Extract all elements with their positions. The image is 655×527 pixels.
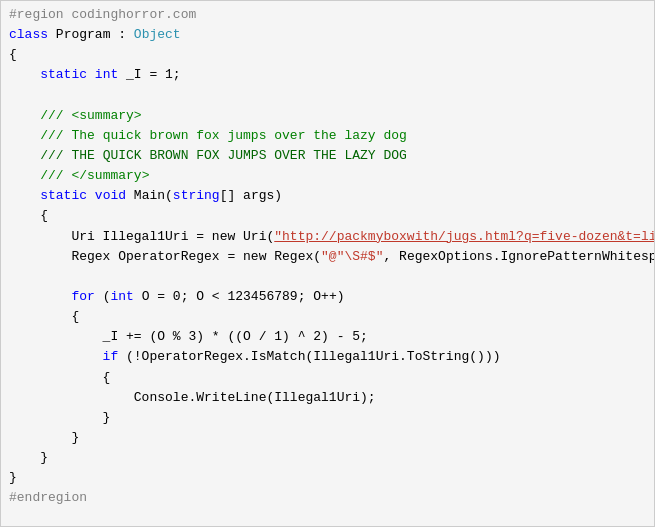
code-line: Console.WriteLine(Illegal1Uri); bbox=[9, 388, 646, 408]
code-line bbox=[9, 267, 646, 287]
code-line: { bbox=[9, 45, 646, 65]
code-line: /// THE QUICK BROWN FOX JUMPS OVER THE L… bbox=[9, 146, 646, 166]
code-line: /// <summary> bbox=[9, 106, 646, 126]
code-line: #region codinghorror.com bbox=[9, 5, 646, 25]
code-line: Regex OperatorRegex = new Regex("@"\S#$"… bbox=[9, 247, 646, 267]
code-line: } bbox=[9, 428, 646, 448]
code-line: static int _I = 1; bbox=[9, 65, 646, 85]
code-line: class Program : Object bbox=[9, 25, 646, 45]
code-line: /// The quick brown fox jumps over the l… bbox=[9, 126, 646, 146]
code-line: } bbox=[9, 408, 646, 428]
code-line: /// </summary> bbox=[9, 166, 646, 186]
code-line: if (!OperatorRegex.IsMatch(Illegal1Uri.T… bbox=[9, 347, 646, 367]
code-line: for (int O = 0; O < 123456789; O++) bbox=[9, 287, 646, 307]
code-line: { bbox=[9, 368, 646, 388]
code-line: Uri Illegal1Uri = new Uri("http://packmy… bbox=[9, 227, 646, 247]
code-line: } bbox=[9, 468, 646, 488]
code-line: } bbox=[9, 448, 646, 468]
code-editor: #region codinghorror.comclass Program : … bbox=[0, 0, 655, 527]
code-line: { bbox=[9, 307, 646, 327]
code-line bbox=[9, 86, 646, 106]
code-line: static void Main(string[] args) bbox=[9, 186, 646, 206]
code-line: _I += (O % 3) * ((O / 1) ^ 2) - 5; bbox=[9, 327, 646, 347]
code-line: { bbox=[9, 206, 646, 226]
code-line: #endregion bbox=[9, 488, 646, 508]
